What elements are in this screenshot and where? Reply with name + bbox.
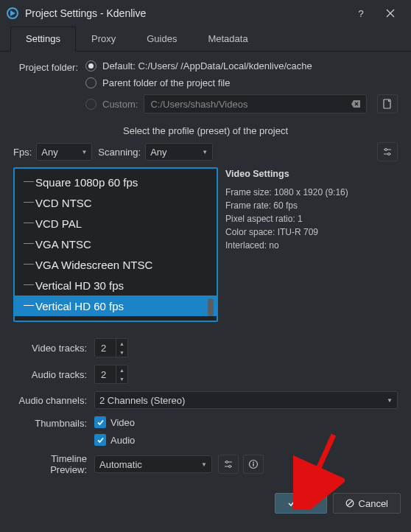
custom-folder-input[interactable]: C:/Users/shash/Videos	[144, 94, 367, 113]
svg-rect-8	[253, 463, 253, 466]
profile-item[interactable]: VGA Widescreen NTSC	[15, 254, 217, 275]
radio-parent-label: Parent folder of the project file	[102, 77, 230, 88]
video-tracks-spinner[interactable]: 2 ▲▼	[94, 338, 128, 357]
profile-item[interactable]: Vertical HD 60 fps	[15, 295, 217, 316]
chevron-up-icon[interactable]: ▲	[116, 339, 127, 348]
video-settings-line: Frame rate: 60 fps	[225, 199, 398, 212]
profile-item[interactable]: Vertical HD 30 fps	[15, 275, 217, 295]
tab-guides[interactable]: Guides	[131, 27, 192, 51]
timeline-preview-select[interactable]: Automatic▼	[94, 455, 212, 473]
audio-channels-label: Audio channels:	[13, 395, 94, 406]
svg-point-7	[253, 462, 254, 463]
help-button[interactable]: ?	[346, 1, 376, 25]
chevron-down-icon[interactable]: ▼	[116, 374, 127, 383]
video-settings-line: Frame size: 1080 x 1920 (9:16)	[225, 186, 398, 199]
project-folder-label: Project folder:	[13, 60, 85, 73]
radio-parent-folder[interactable]	[85, 77, 96, 88]
timeline-preview-label: Timeline Preview:	[13, 453, 94, 475]
thumbnails-label: Thumbnails:	[13, 416, 94, 429]
chevron-up-icon[interactable]: ▲	[116, 365, 127, 374]
video-settings-line: Interlaced: no	[225, 239, 398, 252]
video-settings-line: Color space: ITU-R 709	[225, 225, 398, 239]
app-icon	[6, 7, 19, 20]
video-settings-title: Video Settings	[225, 167, 398, 181]
video-settings-panel: Video Settings Frame size: 1080 x 1920 (…	[225, 167, 398, 322]
profile-header: Select the profile (preset) of the proje…	[13, 125, 398, 136]
cancel-icon	[345, 499, 354, 508]
radio-custom-folder[interactable]	[85, 99, 96, 110]
svg-point-4	[226, 461, 228, 463]
thumbnails-video-label: Video	[110, 417, 135, 428]
ok-button[interactable]: OK	[275, 493, 327, 514]
audio-tracks-label: Audio tracks:	[13, 369, 94, 380]
preview-settings-button[interactable]	[218, 455, 239, 474]
scanning-label: Scanning:	[98, 147, 141, 158]
profile-item[interactable]: VCD NTSC	[15, 192, 217, 213]
profile-item[interactable]: VGA NTSC	[15, 234, 217, 254]
browse-folder-button[interactable]	[377, 94, 398, 113]
clear-icon[interactable]	[351, 99, 360, 110]
chevron-down-icon[interactable]: ▼	[116, 348, 127, 357]
profile-item[interactable]: Square 1080p 60 fps	[15, 172, 217, 192]
cancel-button[interactable]: Cancel	[333, 493, 401, 514]
chevron-down-icon: ▼	[81, 149, 87, 155]
svg-point-2	[385, 149, 387, 151]
fps-select[interactable]: Any▼	[36, 143, 92, 161]
svg-point-5	[229, 466, 231, 468]
close-button[interactable]	[376, 1, 405, 25]
title-bar: Project Settings - Kdenlive ?	[0, 0, 411, 27]
thumbnails-audio-label: Audio	[110, 435, 135, 446]
window-title: Project Settings - Kdenlive	[25, 7, 346, 19]
video-settings-line: Pixel aspect ratio: 1	[225, 212, 398, 225]
radio-custom-label: Custom:	[102, 99, 138, 110]
thumbnails-video-checkbox[interactable]	[94, 416, 106, 428]
scanning-select[interactable]: Any▼	[145, 143, 213, 161]
filter-settings-button[interactable]	[377, 142, 398, 161]
audio-tracks-spinner[interactable]: 2 ▲▼	[94, 365, 128, 384]
radio-default-folder[interactable]	[85, 60, 96, 71]
tab-metadata[interactable]: Metadata	[192, 27, 263, 51]
svg-point-3	[388, 153, 390, 155]
profile-list[interactable]: Square 1080p 60 fpsVCD NTSCVCD PALVGA NT…	[13, 167, 218, 322]
tab-settings[interactable]: Settings	[10, 27, 76, 52]
video-tracks-label: Video tracks:	[13, 343, 94, 354]
tab-proxy[interactable]: Proxy	[76, 27, 131, 51]
preview-info-button[interactable]	[243, 455, 264, 474]
chevron-down-icon: ▼	[201, 461, 207, 468]
chevron-down-icon: ▼	[202, 149, 208, 155]
dialog-buttons: OK Cancel	[0, 489, 411, 521]
audio-channels-select[interactable]: 2 Channels (Stereo)▼	[94, 391, 398, 409]
thumbnails-audio-checkbox[interactable]	[94, 434, 106, 446]
check-icon	[287, 499, 296, 508]
tab-bar: Settings Proxy Guides Metadata	[0, 27, 411, 52]
radio-default-label: Default: C:/Users/ /AppData/Local/kdenli…	[102, 60, 312, 71]
scrollbar-thumb[interactable]	[208, 298, 214, 316]
profile-item[interactable]: VCD PAL	[15, 213, 217, 234]
custom-folder-placeholder: C:/Users/shash/Videos	[150, 99, 247, 110]
chevron-down-icon: ▼	[387, 397, 393, 404]
fps-label: Fps:	[13, 147, 32, 158]
